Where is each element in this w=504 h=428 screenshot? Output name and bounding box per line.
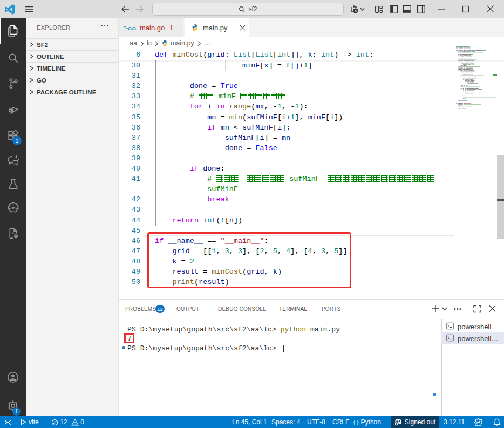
svg-text:GO: GO (128, 25, 136, 31)
